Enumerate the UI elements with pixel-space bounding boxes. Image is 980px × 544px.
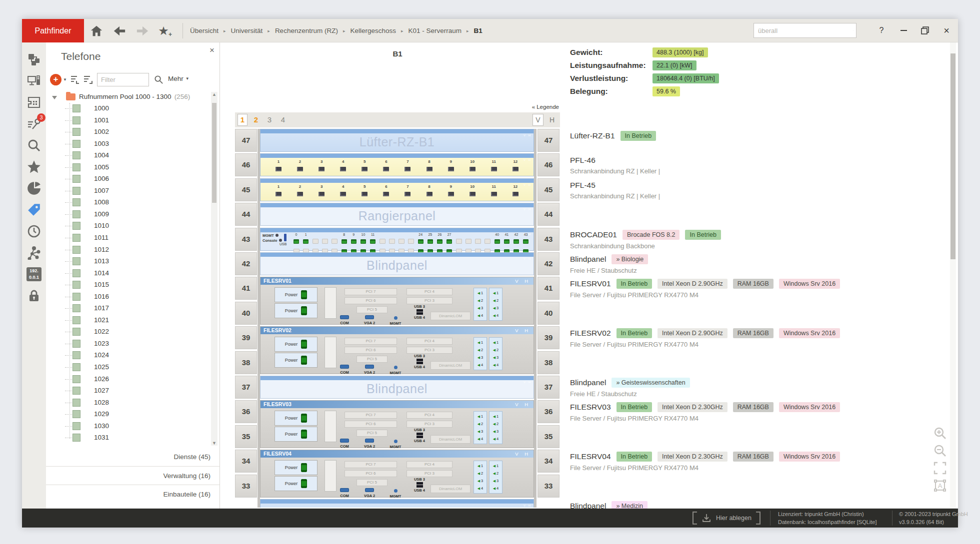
phone-item[interactable]: 1014 <box>46 268 211 280</box>
home-button[interactable] <box>89 23 104 38</box>
breadcrumb-item[interactable]: Übersicht <box>190 27 218 34</box>
panel-section-header[interactable]: Verwaltung (16) <box>46 466 220 485</box>
add-favorite-button[interactable]: ★ + <box>156 23 171 38</box>
rack-device-rangierpanel[interactable]: V HRangierpanel <box>260 203 534 226</box>
switch-port-27[interactable]: 27 <box>444 233 454 250</box>
phone-item[interactable]: 1022 <box>46 326 211 338</box>
equipment-item-filesrv04[interactable]: FILESRV04In BetriebIntel Xeon D 2.30GHzR… <box>570 452 940 472</box>
tree-expander-icon[interactable] <box>52 96 57 99</box>
rack-device-blindpanel[interactable]: V HBlindpanel <box>260 376 534 399</box>
equipment-item-blindpanel[interactable]: Blindpanel» GeisteswissenschaftenFreie H… <box>570 378 940 398</box>
switch-port-11[interactable]: 11 <box>368 233 378 250</box>
equipment-item-brocade01[interactable]: BROCADE01Brocade FOS 8.2In BetriebSchran… <box>570 230 940 250</box>
phone-item[interactable]: 1013 <box>46 256 211 268</box>
app-logo[interactable]: Pathfinder <box>22 19 84 42</box>
patch-port-9[interactable]: 9 <box>448 159 454 173</box>
main-scrollbar[interactable] <box>950 42 956 509</box>
rack-tab-4[interactable]: 4 <box>278 114 288 126</box>
add-dropdown-caret-icon[interactable]: ▼ <box>63 77 67 82</box>
phone-item[interactable]: 1010 <box>46 220 211 232</box>
rack-tab-3[interactable]: 3 <box>264 114 274 126</box>
rack-device-filesrv03[interactable]: FILESRV03V HPowerPowerPCI 7PCI 6PCI 5PCI… <box>260 400 534 448</box>
sidebar-item-favorites[interactable] <box>26 159 42 175</box>
phone-item[interactable]: 1012 <box>46 244 211 256</box>
rack-device-blindpanel[interactable]: V HBlindpanel <box>260 252 534 275</box>
switch-port-1[interactable]: 1 <box>301 233 310 250</box>
tree-root-node[interactable]: Rufnummern Pool 1000 - 1300(256) <box>46 92 220 103</box>
back-button[interactable] <box>112 23 127 38</box>
phone-item[interactable]: 1017 <box>46 303 211 315</box>
patch-port-11[interactable]: 11 <box>491 184 497 198</box>
patch-port-12[interactable]: 12 <box>512 184 518 198</box>
rack-device-filesrv04[interactable]: FILESRV04V HPowerPowerPCI 7PCI 6PCI 5PCI… <box>260 450 534 497</box>
sidebar-item-topology[interactable] <box>26 245 42 261</box>
rack-tab-1[interactable]: 1 <box>238 114 248 126</box>
rack-device-filesrv01[interactable]: FILESRV01V HPowerPowerPCI 7PCI 6PCI 5PCI… <box>260 277 534 324</box>
equipment-item-pfl-45[interactable]: PFL-45Schrankanbindung RZ | Keller | <box>570 180 940 200</box>
filter-search-icon[interactable] <box>154 75 164 84</box>
phone-item[interactable]: 1008 <box>46 197 211 209</box>
patch-port-11[interactable]: 11 <box>491 159 497 173</box>
add-button[interactable]: + <box>50 74 62 85</box>
phone-item[interactable]: 1015 <box>46 279 211 291</box>
scrollbar-thumb[interactable] <box>212 103 216 203</box>
panel-section-header[interactable]: Dienste (45) <box>46 448 220 466</box>
switch-port-25[interactable]: 25 <box>426 233 435 250</box>
switch-port-8[interactable]: 8 <box>340 233 349 250</box>
rack-device-partial[interactable]: V H <box>260 499 534 508</box>
rack-device-brocade01[interactable]: V HMGMTConsoleUSB01 891011 24252627 4041… <box>260 228 534 251</box>
minimize-button[interactable] <box>896 23 912 38</box>
help-button[interactable]: ? <box>874 23 890 38</box>
switch-port-42[interactable]: 42 <box>512 233 521 250</box>
equipment-item-lüfter-rz-b1[interactable]: Lüfter-RZ-B1In Betrieb <box>570 131 940 141</box>
patch-port-3[interactable]: 3 <box>318 159 324 173</box>
phone-item[interactable]: 1016 <box>46 291 211 303</box>
close-button[interactable]: × <box>938 23 954 38</box>
breadcrumb-item[interactable]: Rechenzentrum (RZ) <box>275 27 338 34</box>
more-menu[interactable]: Mehr▼ <box>168 75 190 82</box>
patch-port-2[interactable]: 2 <box>297 184 303 198</box>
switch-port-9[interactable]: 9 <box>349 233 358 250</box>
maximize-button[interactable] <box>917 23 933 38</box>
collapse-tree-icon[interactable] <box>83 75 93 84</box>
phone-item[interactable]: 1027 <box>46 385 211 397</box>
patch-port-3[interactable]: 3 <box>318 184 324 198</box>
rack-device-filesrv02[interactable]: FILESRV02V HPowerPowerPCI 7PCI 6PCI 5PCI… <box>260 326 534 374</box>
phone-item[interactable]: 1021 <box>46 315 211 327</box>
phone-item[interactable]: 1005 <box>46 162 211 174</box>
patch-port-8[interactable]: 8 <box>426 184 432 198</box>
main-scrollbar-thumb[interactable] <box>950 53 956 259</box>
sidebar-item-tools[interactable]: 3 <box>26 116 42 132</box>
search-input[interactable] <box>754 27 850 34</box>
orientation-H[interactable]: H <box>546 114 558 126</box>
phone-item[interactable]: 1002 <box>46 126 211 138</box>
phone-item[interactable]: 1023 <box>46 338 211 350</box>
patch-port-1[interactable]: 1 <box>276 159 282 173</box>
panel-close-icon[interactable]: × <box>210 45 214 55</box>
filter-input[interactable] <box>97 73 149 86</box>
phone-item[interactable]: 1007 <box>46 185 211 197</box>
patch-port-5[interactable]: 5 <box>362 184 368 198</box>
fit-to-screen-icon[interactable] <box>933 461 947 475</box>
phone-item[interactable]: 1001 <box>46 115 211 127</box>
patch-port-12[interactable]: 12 <box>512 159 518 173</box>
scroll-down-icon[interactable]: ▼ <box>211 441 218 446</box>
phone-item[interactable]: 1000 <box>46 103 211 115</box>
patch-port-7[interactable]: 7 <box>404 159 410 173</box>
legend-toggle[interactable]: « Legende <box>532 104 559 110</box>
zoom-out-icon[interactable] <box>933 444 947 458</box>
phone-list-scrollbar[interactable]: ▲ ▼ <box>211 92 218 446</box>
rack-device-lüfter-rz-b1[interactable]: V HLüfter-RZ-B1 <box>260 129 534 152</box>
patch-port-7[interactable]: 7 <box>404 184 410 198</box>
search-icon[interactable] <box>850 26 850 35</box>
rack-device-pfl-45[interactable]: V H123456789101112 <box>260 178 534 201</box>
switch-port-26[interactable]: 26 <box>435 233 444 250</box>
equipment-item-filesrv02[interactable]: FILESRV02In BetriebIntel Xeon D 2.90GHzR… <box>570 328 940 348</box>
phone-item[interactable]: 1009 <box>46 209 211 221</box>
equipment-item-blindpanel[interactable]: Blindpanel» Medizin <box>570 501 940 509</box>
sidebar-item-ip-networks[interactable]: 192. 0.0.1 <box>26 266 42 282</box>
phone-item[interactable]: 1011 <box>46 232 211 244</box>
breadcrumb-item[interactable]: K01 - Serverraum <box>408 27 462 34</box>
orientation-V[interactable]: V <box>532 114 544 126</box>
patch-port-6[interactable]: 6 <box>383 159 389 173</box>
